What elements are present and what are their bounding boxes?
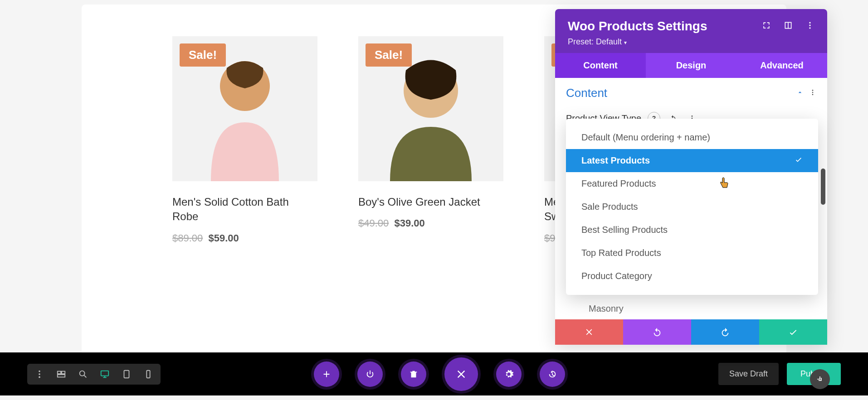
panel-tabs: Content Design Advanced xyxy=(555,53,827,78)
preset-selector[interactable]: Preset: Default ▾ xyxy=(568,37,814,47)
view-controls xyxy=(27,364,161,385)
zoom-icon[interactable] xyxy=(77,368,89,380)
dropdown-option-default[interactable]: Default (Menu ordering + name) xyxy=(566,126,818,149)
panel-redo-button[interactable] xyxy=(691,319,759,345)
tablet-view-icon[interactable] xyxy=(121,368,132,380)
chevron-up-icon[interactable] xyxy=(796,89,804,98)
desktop-view-icon[interactable] xyxy=(99,368,111,380)
history-button[interactable] xyxy=(540,361,565,387)
panel-cancel-button[interactable] xyxy=(555,319,623,345)
close-main-button[interactable] xyxy=(444,357,478,391)
check-icon xyxy=(795,155,803,166)
section-more-icon[interactable] xyxy=(809,89,816,98)
svg-point-15 xyxy=(39,373,40,375)
center-actions xyxy=(314,357,565,391)
product-title[interactable]: Boy's Olive Green Jacket xyxy=(358,195,503,209)
section-header[interactable]: Content xyxy=(566,82,816,108)
svg-point-8 xyxy=(812,90,814,91)
layout-option[interactable]: Masonry xyxy=(566,298,816,319)
svg-point-5 xyxy=(809,22,810,24)
resize-handle[interactable] xyxy=(810,369,830,389)
svg-point-14 xyxy=(39,370,40,372)
menu-icon[interactable] xyxy=(34,368,45,380)
svg-rect-18 xyxy=(62,371,65,374)
sale-badge: Sale! xyxy=(366,43,412,67)
price-new: $39.00 xyxy=(394,217,424,229)
svg-rect-22 xyxy=(101,371,109,376)
panel-header: Woo Products Settings Preset: Default ▾ xyxy=(555,9,827,53)
section-title: Content xyxy=(566,86,796,100)
svg-point-10 xyxy=(812,94,814,95)
panel-save-button[interactable] xyxy=(759,319,827,345)
dropdown-option-sale[interactable]: Sale Products xyxy=(566,195,818,218)
svg-point-20 xyxy=(80,371,85,376)
power-button[interactable] xyxy=(357,361,383,387)
tab-advanced[interactable]: Advanced xyxy=(736,53,827,78)
svg-rect-26 xyxy=(146,370,150,378)
sale-badge: Sale! xyxy=(180,43,226,67)
svg-rect-25 xyxy=(124,370,129,378)
svg-point-6 xyxy=(809,24,810,26)
svg-rect-19 xyxy=(58,374,65,377)
more-icon[interactable] xyxy=(805,21,814,32)
svg-line-21 xyxy=(84,375,87,377)
product-title[interactable]: Men's Solid Cotton Bath Robe xyxy=(172,195,317,224)
svg-point-7 xyxy=(809,27,810,29)
wireframe-icon[interactable] xyxy=(55,368,67,380)
settings-panel: Woo Products Settings Preset: Default ▾ … xyxy=(555,9,827,345)
dropdown-option-bestselling[interactable]: Best Selling Products xyxy=(566,218,818,241)
product-price: $49.00 $39.00 xyxy=(358,217,503,229)
preset-label: Preset: Default xyxy=(568,37,622,46)
price-old: $89.00 xyxy=(172,232,203,244)
panel-body: Content Product View Type ? Essentials M… xyxy=(555,78,827,319)
add-button[interactable] xyxy=(314,361,339,387)
dropdown-option-label: Latest Products xyxy=(581,155,650,166)
product-price: $89.00 $59.00 xyxy=(172,232,317,244)
mobile-view-icon[interactable] xyxy=(142,368,154,380)
price-old: $49.00 xyxy=(358,217,389,229)
trash-button[interactable] xyxy=(401,361,426,387)
svg-point-16 xyxy=(39,376,40,378)
dropdown-option-featured[interactable]: Featured Products xyxy=(566,172,818,195)
product-image[interactable]: Sale! xyxy=(358,36,503,181)
dropdown-option-toprated[interactable]: Top Rated Products xyxy=(566,241,818,265)
panel-scrollbar[interactable] xyxy=(821,169,825,205)
save-draft-button[interactable]: Save Draft xyxy=(718,363,779,385)
settings-button[interactable] xyxy=(496,361,522,387)
svg-rect-17 xyxy=(58,371,61,374)
product-card[interactable]: Sale! Men's Solid Cotton Bath Robe $89.0… xyxy=(172,36,317,244)
tab-design[interactable]: Design xyxy=(646,53,736,78)
layout-icon[interactable] xyxy=(784,21,793,32)
cursor-hand-icon xyxy=(719,177,730,192)
bottom-toolbar: Save Draft Publish xyxy=(0,352,868,395)
dropdown-option-latest[interactable]: Latest Products xyxy=(566,149,818,172)
product-view-dropdown: Default (Menu ordering + name) Latest Pr… xyxy=(566,119,818,295)
panel-title: Woo Products Settings xyxy=(568,19,762,34)
svg-point-9 xyxy=(812,92,814,93)
tab-content[interactable]: Content xyxy=(555,53,646,78)
price-new: $59.00 xyxy=(208,232,239,244)
panel-footer xyxy=(555,319,827,345)
product-card[interactable]: Sale! Boy's Olive Green Jacket $49.00 $3… xyxy=(358,36,503,244)
product-image[interactable]: Sale! xyxy=(172,36,317,181)
panel-undo-button[interactable] xyxy=(623,319,691,345)
expand-icon[interactable] xyxy=(762,21,771,32)
dropdown-option-category[interactable]: Product Category xyxy=(566,265,818,288)
svg-point-11 xyxy=(692,116,693,117)
